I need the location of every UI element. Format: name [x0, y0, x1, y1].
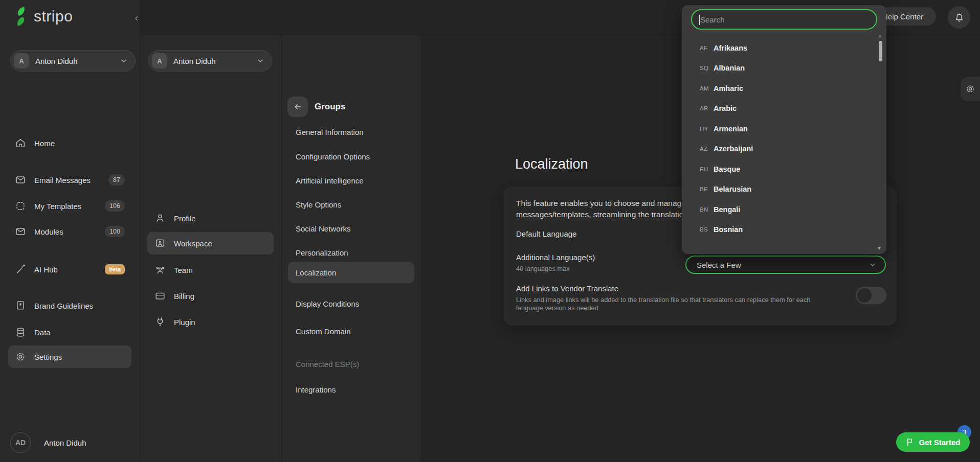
- quick-settings-tab[interactable]: [961, 77, 980, 101]
- beta-badge: beta: [105, 264, 125, 274]
- language-search[interactable]: [691, 9, 877, 30]
- menu-item-label: Plugin: [174, 318, 195, 327]
- flag-icon: [906, 437, 915, 447]
- vendor-translate-label: Add Links to Vendor Translate: [516, 284, 618, 293]
- group-item-social-networks[interactable]: Social Networks: [288, 218, 414, 239]
- group-item-connected-esp[interactable]: Connected ESP(s): [288, 353, 414, 375]
- group-item-label: Connected ESP(s): [296, 360, 359, 368]
- language-option-albanian[interactable]: SQAlbanian: [682, 58, 886, 79]
- groups-title: Groups: [315, 102, 345, 112]
- additional-languages-select[interactable]: Select a Few: [685, 256, 886, 274]
- language-code: AR: [700, 105, 714, 111]
- sidebar-item-label: Settings: [34, 353, 62, 361]
- team-icon: [154, 264, 166, 275]
- sidebar-item-label: Email Messages: [34, 176, 91, 184]
- menu-item-team[interactable]: Team: [147, 259, 274, 281]
- main-sidebar: stripo A Anton Diduh Home Email Messages…: [0, 0, 140, 462]
- menu-item-label: Team: [174, 266, 193, 274]
- sidebar-item-ai-hub[interactable]: AI Hub beta: [8, 258, 131, 281]
- brand-book-icon: [15, 300, 26, 311]
- group-item-integrations[interactable]: Integrations: [288, 379, 414, 400]
- page-title: Localization: [515, 156, 588, 172]
- menu-item-plugin[interactable]: Plugin: [147, 311, 274, 333]
- person-icon: [154, 213, 166, 224]
- group-item-style-options[interactable]: Style Options: [288, 194, 414, 215]
- group-item-localization[interactable]: Localization: [288, 262, 414, 283]
- language-option-arabic[interactable]: ARArabic: [682, 99, 886, 119]
- group-item-personalization[interactable]: Personalization: [288, 242, 414, 263]
- language-option-bengali[interactable]: BNBengali: [682, 199, 886, 220]
- toggle-knob: [857, 288, 872, 303]
- sidebar-item-modules[interactable]: Modules 100: [8, 220, 131, 243]
- user-name: Anton Diduh: [44, 438, 86, 447]
- language-option-basque[interactable]: EUBasque: [682, 159, 886, 179]
- language-option-azerbaijani[interactable]: AZAzerbaijani: [682, 139, 886, 159]
- language-name: Azerbaijani: [714, 145, 753, 153]
- default-language-label: Default Language: [516, 229, 576, 238]
- language-code: SQ: [700, 65, 714, 71]
- language-code: BN: [700, 206, 714, 213]
- text-caret: [699, 15, 700, 25]
- language-code: BE: [700, 186, 714, 192]
- sidebar-item-label: Home: [34, 139, 55, 148]
- language-option-afrikaans[interactable]: AFAfrikaans: [682, 38, 886, 58]
- get-started-label: Get Started: [919, 438, 961, 447]
- additional-languages-label: Additional Language(s): [516, 253, 595, 262]
- group-item-label: General Information: [296, 128, 364, 136]
- group-item-label: Custom Domain: [296, 327, 351, 336]
- language-list: AFAfrikaans SQAlbanian AMAmharic ARArabi…: [682, 38, 886, 240]
- vendor-translate-toggle[interactable]: [856, 287, 886, 304]
- notifications-button[interactable]: [948, 6, 970, 29]
- database-icon: [15, 327, 26, 338]
- org-avatar: A: [152, 53, 167, 68]
- language-code: AM: [700, 85, 714, 91]
- menu-item-workspace[interactable]: Workspace: [147, 232, 274, 255]
- group-item-general-information[interactable]: General Information: [288, 121, 414, 143]
- menu-item-profile[interactable]: Profile: [147, 207, 274, 229]
- org-switcher-sidebar[interactable]: A Anton Diduh: [10, 50, 136, 72]
- group-item-artificial-intelligence[interactable]: Artificial Intelligence: [288, 170, 414, 191]
- sidebar-item-brand-guidelines[interactable]: Brand Guidelines: [8, 294, 131, 317]
- menu-item-billing[interactable]: Billing: [147, 285, 274, 307]
- help-center-label: Help Center: [882, 12, 923, 21]
- sidebar-item-settings[interactable]: Settings: [8, 345, 131, 368]
- language-name: Bosnian: [714, 225, 743, 234]
- sidebar-item-home[interactable]: Home: [8, 132, 131, 154]
- plug-icon: [154, 316, 166, 328]
- gear-icon: [15, 351, 26, 362]
- language-name: Albanian: [714, 64, 745, 72]
- sidebar-item-my-templates[interactable]: My Templates 106: [8, 195, 131, 217]
- count-badge: 106: [105, 200, 125, 212]
- templates-icon: [15, 200, 26, 212]
- language-option-bosnian[interactable]: BSBosnian: [682, 220, 886, 240]
- language-option-belarusian[interactable]: BEBelarusian: [682, 179, 886, 200]
- sidebar-item-email-messages[interactable]: Email Messages 87: [8, 169, 131, 191]
- chevron-down-icon: [868, 261, 877, 269]
- select-value: Select a Few: [697, 261, 868, 269]
- back-button[interactable]: [287, 97, 308, 117]
- group-item-configuration-options[interactable]: Configuration Options: [288, 146, 414, 167]
- get-started-button[interactable]: Get Started: [896, 432, 970, 452]
- workspace-icon: [154, 238, 166, 249]
- sidebar-item-label: Brand Guidelines: [34, 302, 93, 310]
- language-option-amharic[interactable]: AMAmharic: [682, 78, 886, 99]
- mail-icon: [15, 174, 26, 186]
- sidebar-item-data[interactable]: Data: [8, 321, 131, 343]
- language-dropdown-panel: ▲ AFAfrikaans SQAlbanian AMAmharic ARAra…: [682, 5, 886, 254]
- language-option-armenian[interactable]: HYArmenian: [682, 119, 886, 139]
- sidebar-user[interactable]: AD Anton Diduh: [10, 432, 86, 453]
- language-name: Afrikaans: [714, 44, 747, 52]
- stripo-logo-icon: [12, 6, 30, 27]
- org-switcher-settings[interactable]: A Anton Diduh: [148, 50, 272, 72]
- sidebar-item-label: My Templates: [34, 202, 81, 211]
- home-icon: [15, 137, 26, 149]
- group-item-label: Integrations: [296, 385, 336, 394]
- stripo-logo-text: stripo: [34, 8, 73, 25]
- chevron-down-icon: [256, 57, 264, 65]
- sidebar-collapse-icon[interactable]: [132, 12, 141, 25]
- group-item-custom-domain[interactable]: Custom Domain: [288, 320, 414, 342]
- group-item-display-conditions[interactable]: Display Conditions: [288, 293, 414, 314]
- menu-item-label: Workspace: [174, 239, 212, 248]
- search-input[interactable]: [692, 10, 876, 29]
- stripo-logo[interactable]: stripo: [12, 6, 73, 27]
